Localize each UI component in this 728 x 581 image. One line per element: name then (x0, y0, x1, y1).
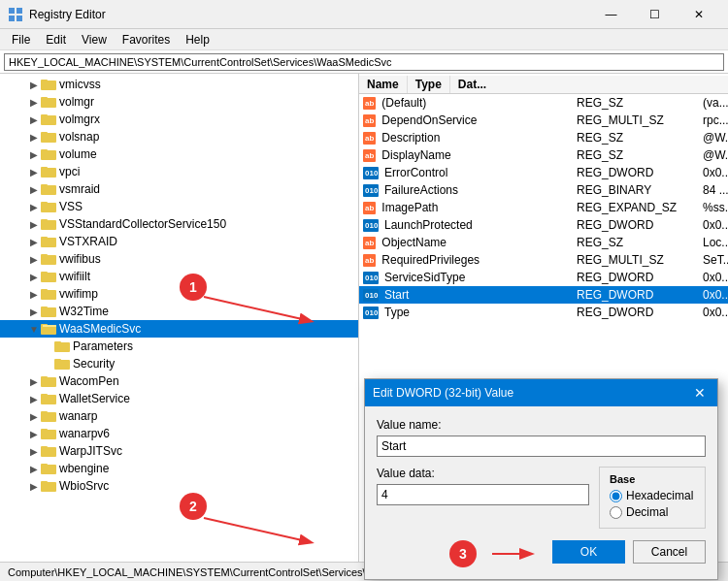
svg-rect-27 (41, 272, 48, 274)
dialog-titlebar: Edit DWORD (32-bit) Value ✕ (365, 379, 717, 406)
folder-icon (41, 270, 56, 283)
expand-icon: ▶ (27, 167, 41, 178)
value-row-description[interactable]: abDescription REG_SZ @W... (359, 129, 728, 146)
tree-item-wbengine[interactable]: ▶ wbengine (0, 460, 358, 477)
tree-item-vwifibus[interactable]: ▶ vwifibus (0, 250, 358, 268)
svg-rect-0 (9, 8, 15, 14)
annotation-arrow-3 (492, 540, 541, 567)
tree-label: vwifibus (59, 252, 101, 266)
dialog-close-button[interactable]: ✕ (690, 385, 710, 401)
menu-edit[interactable]: Edit (38, 31, 74, 48)
tree-item-w32time[interactable]: ▶ W32Time (0, 303, 358, 320)
svg-rect-15 (41, 167, 48, 170)
decimal-option[interactable]: Decimal (610, 505, 695, 519)
menu-file[interactable]: File (4, 31, 38, 48)
value-row-start[interactable]: 010Start REG_DWORD 0x0... (359, 286, 728, 304)
value-name-input[interactable] (377, 436, 706, 457)
val-type: REG_DWORD (573, 166, 699, 179)
tree-item-wacompen[interactable]: ▶ WacomPen (0, 372, 358, 390)
val-name: abDisplayName (359, 148, 573, 162)
tree-pane[interactable]: ▶ vmicvss ▶ volmgr ▶ volmgrx ▶ volsn (0, 74, 359, 562)
val-data: rpc... (699, 113, 728, 127)
val-name: 010FailureActions (359, 183, 573, 197)
value-row-imagepath[interactable]: abImagePath REG_EXPAND_SZ %ss... (359, 199, 728, 216)
val-type: REG_SZ (573, 148, 699, 162)
hex-radio[interactable] (610, 490, 622, 502)
annotation-3: 3 (449, 540, 477, 567)
value-row-requiredprivileges[interactable]: abRequiredPrivileges REG_MULTI_SZ SeT... (359, 251, 728, 269)
expand-icon: ▶ (27, 429, 41, 439)
tree-label: volume (59, 147, 97, 161)
menu-help[interactable]: Help (178, 31, 217, 48)
tree-item-walletservice[interactable]: ▶ WalletService (0, 390, 358, 407)
tree-item-vpci[interactable]: ▶ vpci (0, 163, 358, 180)
maximize-button[interactable]: ☐ (633, 0, 677, 29)
value-row-displayname[interactable]: abDisplayName REG_SZ @W... (359, 146, 728, 164)
tree-item-wbiosrvc[interactable]: ▶ WbioSrvc (0, 477, 358, 495)
tree-item-warpjitsvc[interactable]: ▶ WarpJITSvc (0, 442, 358, 460)
titlebar-left: Registry Editor (8, 7, 106, 22)
tree-item-vsmraid[interactable]: ▶ vsmraid (0, 180, 358, 198)
menu-favorites[interactable]: Favorites (115, 31, 178, 48)
tree-label: W32Time (59, 305, 109, 318)
value-row-errorcontrol[interactable]: 010ErrorControl REG_DWORD 0x0... (359, 164, 728, 181)
val-type: REG_SZ (573, 131, 699, 145)
folder-icon (41, 165, 56, 178)
folder-icon (41, 287, 56, 301)
value-data-input[interactable] (377, 484, 589, 505)
tree-item-wanarpv6[interactable]: ▶ wanarpv6 (0, 425, 358, 442)
tree-item-wanarp[interactable]: ▶ wanarp (0, 407, 358, 425)
menu-view[interactable]: View (74, 31, 115, 48)
folder-icon (41, 147, 56, 161)
tree-item-waasmedicsvc[interactable]: ▼ WaaSMedicSvc (0, 320, 358, 338)
folder-icon (41, 305, 56, 318)
expand-icon: ▶ (27, 464, 41, 474)
tree-item-vsstandardcollector[interactable]: ▶ VSStandardCollectorService150 (0, 215, 358, 233)
svg-rect-17 (41, 184, 48, 187)
value-row-dependonservice[interactable]: abDependOnService REG_MULTI_SZ rpc... (359, 112, 728, 129)
col-header-name[interactable]: Name (359, 76, 408, 93)
val-data: 0x0... (699, 288, 728, 302)
tree-item-volmgr[interactable]: ▶ volmgr (0, 93, 358, 111)
minimize-button[interactable]: — (589, 0, 633, 29)
svg-rect-2 (9, 16, 15, 21)
tree-item-vstxraid[interactable]: ▶ VSTXRAID (0, 233, 358, 250)
value-row-default[interactable]: ab(Default) REG_SZ (va... (359, 94, 728, 112)
value-row-type[interactable]: 010Type REG_DWORD 0x0... (359, 304, 728, 321)
tree-item-vss[interactable]: ▶ VSS (0, 198, 358, 215)
tree-label: wanarpv6 (59, 427, 110, 440)
tree-label: WaaSMedicSvc (59, 322, 141, 336)
type-icon-dword: 010 (363, 272, 379, 284)
tree-item-vwifimp[interactable]: ▶ vwifimp (0, 285, 358, 303)
hexadecimal-option[interactable]: Hexadecimal (610, 489, 695, 502)
cancel-button[interactable]: Cancel (633, 540, 706, 564)
value-row-objectname[interactable]: abObjectName REG_SZ Loc... (359, 234, 728, 251)
expand-icon: ▶ (27, 481, 41, 492)
value-row-launchprotected[interactable]: 010LaunchProtected REG_DWORD 0x0... (359, 216, 728, 234)
svg-rect-1 (17, 8, 22, 14)
col-header-type[interactable]: Type (408, 76, 450, 93)
col-header-data[interactable]: Dat... (450, 76, 494, 93)
tree-item-volmgrx[interactable]: ▶ volmgrx (0, 111, 358, 128)
folder-icon (41, 235, 56, 248)
dec-radio[interactable] (610, 506, 622, 519)
tree-item-security[interactable]: Security (0, 355, 358, 372)
val-name: 010ServiceSidType (359, 271, 573, 284)
tree-item-vwifiilt[interactable]: ▶ vwifiilt (0, 268, 358, 285)
folder-icon (41, 113, 56, 126)
tree-item-volsnap[interactable]: ▶ volsnap (0, 128, 358, 145)
addressbar-input[interactable] (4, 53, 724, 71)
value-row-failureactions[interactable]: 010FailureActions REG_BINARY 84 ... (359, 181, 728, 199)
value-row-servicesidtype[interactable]: 010ServiceSidType REG_DWORD 0x0... (359, 269, 728, 286)
tree-label: VSStandardCollectorService150 (59, 217, 226, 231)
tree-item-volume[interactable]: ▶ volume (0, 145, 358, 163)
svg-rect-3 (17, 16, 22, 21)
tree-item-vmicvss[interactable]: ▶ vmicvss (0, 76, 358, 93)
tree-label: wanarp (59, 409, 97, 423)
tree-label: volsnap (59, 130, 99, 144)
ok-button[interactable]: OK (552, 540, 625, 564)
tree-item-parameters[interactable]: Parameters (0, 338, 358, 355)
annotation-2: 2 (180, 493, 207, 520)
close-button[interactable]: ✕ (677, 0, 720, 29)
svg-rect-19 (41, 202, 48, 205)
